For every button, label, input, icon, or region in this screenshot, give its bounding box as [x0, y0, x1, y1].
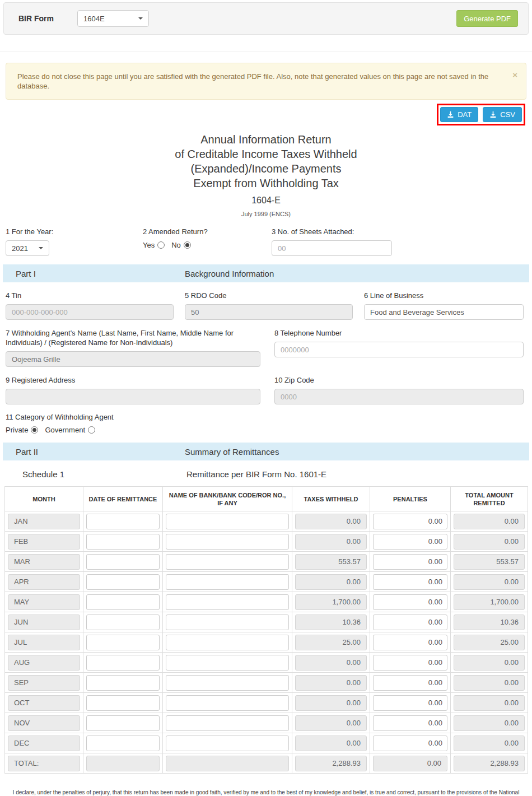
download-dat-button[interactable]: DAT [440, 107, 478, 122]
month-cell: APR [8, 574, 80, 590]
bank-name-input[interactable] [166, 594, 289, 610]
download-icon [447, 111, 454, 118]
generate-pdf-button-top[interactable]: Generate PDF [456, 10, 518, 27]
bir-form-page: { "toolbar": { "bir_form_label": "BIR Fo… [0, 0, 532, 796]
radio-private[interactable] [31, 426, 38, 434]
line-of-business-input[interactable] [364, 304, 524, 320]
sheets-attached-input[interactable] [272, 240, 392, 256]
zip-code-label: 10 Zip Code [274, 375, 524, 385]
amended-return-radios: YesNo [143, 241, 272, 249]
category-radios: PrivateGovernment [6, 426, 526, 434]
bank-name-input[interactable] [166, 534, 289, 550]
red-annotation-box: DAT CSV [437, 104, 525, 125]
col-month: MONTH [5, 487, 83, 511]
taxes-withheld-cell: 0.00 [295, 534, 367, 550]
bank-name-input[interactable] [166, 615, 289, 630]
penalties-input[interactable] [373, 635, 447, 650]
form-title-line: of Creditable Income Taxes Withheld [0, 147, 532, 161]
penalties-input[interactable] [373, 736, 447, 751]
penalties-input[interactable] [373, 534, 447, 550]
part1-header: Part I Background Information [3, 264, 529, 282]
schedule-row: Schedule 1 Remittance per BIR Form No. 1… [0, 464, 532, 484]
taxes-withheld-cell: 0.00 [295, 655, 367, 671]
divider [0, 52, 532, 52]
penalties-input[interactable] [373, 695, 447, 711]
taxes-withheld-cell: 0.00 [295, 715, 367, 731]
radio-government-label: Government [45, 426, 85, 434]
date-of-remittance-input[interactable] [86, 736, 160, 751]
line-of-business-label: 6 Line of Business [364, 291, 524, 300]
radio-government[interactable] [88, 426, 95, 434]
date-of-remittance-input[interactable] [86, 655, 160, 671]
form-title-line: (Expanded)/Income Payments [0, 161, 532, 176]
penalties-input[interactable] [373, 554, 447, 570]
table-row: MAR553.57553.57 [5, 552, 528, 572]
month-cell: SEP [8, 675, 80, 691]
bir-form-select[interactable]: 1604E [77, 10, 149, 27]
total-amount-cell: 0.00 [454, 695, 525, 711]
form-number: 1604-E [0, 195, 532, 206]
bank-name-input[interactable] [166, 655, 289, 671]
close-icon[interactable]: × [512, 71, 517, 79]
bank-name-input[interactable] [166, 695, 289, 711]
field-line-of-business: 6 Line of Business [364, 291, 524, 320]
table-row: JUL25.0025.00 [5, 632, 528, 653]
penalties-input[interactable] [373, 715, 447, 731]
month-cell: JUN [8, 615, 80, 630]
taxes-withheld-cell: 1,700.00 [295, 594, 367, 610]
penalties-input[interactable] [373, 574, 447, 590]
tin-label: 4 Tin [6, 291, 174, 300]
radio-yes[interactable] [157, 241, 165, 249]
month-cell: JUL [8, 635, 80, 650]
form-revision: July 1999 (ENCS) [0, 211, 532, 217]
date-of-remittance-input[interactable] [86, 615, 160, 630]
table-header-row: MONTH DATE OF REMITTANCE NAME OF BANK/BA… [5, 487, 528, 511]
date-of-remittance-input[interactable] [86, 534, 160, 550]
penalties-input[interactable] [373, 514, 447, 529]
penalties-input[interactable] [373, 675, 447, 691]
date-of-remittance-input[interactable] [86, 635, 160, 650]
part2-title: Summary of Remittances [185, 447, 529, 457]
bank-name-input[interactable] [166, 675, 289, 691]
radio-no[interactable] [184, 241, 191, 249]
bank-name-input[interactable] [166, 514, 289, 529]
penalties-input[interactable] [373, 615, 447, 630]
remittance-table: MONTH DATE OF REMITTANCE NAME OF BANK/BA… [4, 486, 528, 774]
bank-name-input[interactable] [166, 554, 289, 570]
table-row: NOV0.000.00 [5, 713, 528, 733]
month-cell: NOV [8, 715, 80, 731]
penalties-input[interactable] [373, 594, 447, 610]
total-amount-cell: 0.00 [454, 514, 525, 529]
taxes-withheld-cell: 0.00 [295, 695, 367, 711]
penalties-input[interactable] [373, 655, 447, 671]
taxes-withheld-cell: 0.00 [295, 736, 367, 751]
col-bank-name: NAME OF BANK/BANK CODE/ROR NO., IF ANY [163, 487, 292, 511]
declaration-text: I declare, under the penalties of perjur… [9, 789, 523, 796]
date-of-remittance-input[interactable] [86, 594, 160, 610]
bank-name-input[interactable] [166, 635, 289, 650]
registered-address-input [6, 389, 260, 404]
month-cell: FEB [8, 534, 80, 550]
table-row: JAN0.000.00 [5, 511, 528, 532]
bank-name-input[interactable] [166, 715, 289, 731]
field-category: 11 Category of Withholding Agent Private… [0, 412, 532, 434]
table-row: MAY1,700.001,700.00 [5, 592, 528, 612]
date-of-remittance-input[interactable] [86, 574, 160, 590]
date-of-remittance-input[interactable] [86, 675, 160, 691]
total-bank-cell [166, 756, 289, 771]
bank-name-input[interactable] [166, 574, 289, 590]
date-of-remittance-input[interactable] [86, 715, 160, 731]
form-title-line: Annual Information Return [0, 132, 532, 147]
date-of-remittance-input[interactable] [86, 514, 160, 529]
bank-name-input[interactable] [166, 736, 289, 751]
date-of-remittance-input[interactable] [86, 695, 160, 711]
telephone-input[interactable] [274, 342, 524, 357]
part1-row-910: 9 Registered Address 10 Zip Code [0, 375, 532, 404]
table-row: FEB0.000.00 [5, 532, 528, 552]
download-csv-button[interactable]: CSV [483, 107, 522, 122]
date-of-remittance-input[interactable] [86, 554, 160, 570]
year-label: 1 For the Year: [6, 227, 143, 236]
download-icon [489, 111, 497, 118]
month-cell: JAN [8, 514, 80, 529]
year-select[interactable]: 2021 [6, 240, 49, 256]
